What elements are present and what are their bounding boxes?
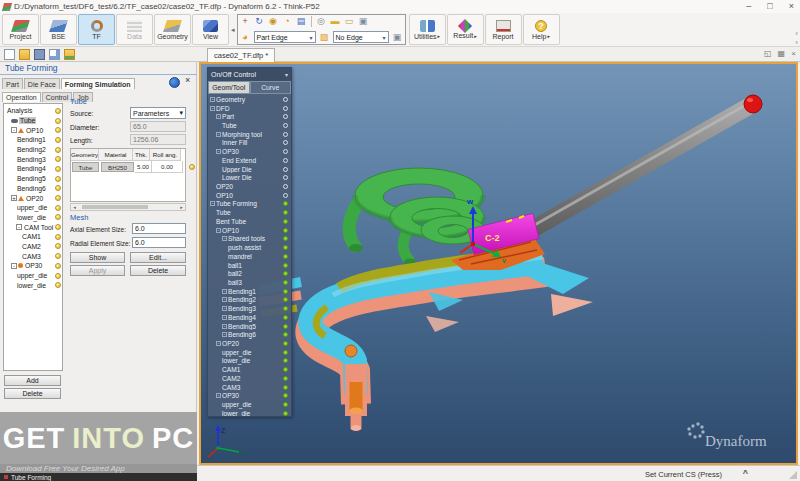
row-bulb-icon[interactable] <box>189 164 195 170</box>
visibility-dot-on[interactable] <box>283 411 288 416</box>
tree-expander-icon[interactable]: - <box>210 201 215 206</box>
tree-item-bending1[interactable]: Bending1 <box>4 135 62 145</box>
onoff-tab-geom-tool[interactable]: Geom/Tool <box>208 81 250 94</box>
onoff-item-op30[interactable]: -OP30 <box>208 147 291 156</box>
tree-item-lower-die[interactable]: lower_die <box>4 280 62 290</box>
onoff-item-cam3[interactable]: CAM3 <box>208 383 291 392</box>
viewport-close-icon[interactable]: × <box>791 49 796 58</box>
delete-button[interactable]: Delete <box>130 265 186 276</box>
tree-expander-icon[interactable]: + <box>11 195 17 201</box>
tree-expander-icon[interactable]: - <box>216 341 221 346</box>
viewport-restore-icon[interactable]: ◱ <box>764 49 772 58</box>
tree-expander-icon[interactable]: - <box>216 114 221 119</box>
table-cell-3[interactable]: 0.00 <box>152 161 183 173</box>
visibility-dot-off[interactable] <box>283 193 288 198</box>
onoff-item-op10[interactable]: -OP10 <box>208 226 291 235</box>
visibility-dot-off[interactable] <box>283 158 288 163</box>
onoff-item-tube[interactable]: Tube <box>208 208 291 217</box>
visibility-dot-on[interactable] <box>283 367 288 372</box>
show-button[interactable]: Show <box>70 252 125 263</box>
import-icon[interactable] <box>64 49 75 60</box>
onoff-item-inner-fill[interactable]: Inner Fill <box>208 139 291 148</box>
pick-target-icon[interactable] <box>169 77 180 88</box>
tree-expander-icon[interactable]: - <box>222 315 227 320</box>
visibility-dot-on[interactable] <box>283 358 288 363</box>
bulb-icon[interactable] <box>55 243 61 249</box>
visibility-dot-on[interactable] <box>283 315 288 320</box>
tree-item-cam2[interactable]: CAM2 <box>4 242 62 252</box>
save-file-icon[interactable] <box>34 49 45 60</box>
source-select[interactable]: Parameters ▾ <box>130 107 186 119</box>
onoff-item-lower-die[interactable]: lower_die <box>208 409 291 417</box>
visibility-dot-off[interactable] <box>283 97 288 102</box>
tree-expander-icon[interactable]: - <box>216 132 221 137</box>
onoff-item-dfd[interactable]: -DFD <box>208 104 291 113</box>
onoff-item-bending5[interactable]: -Bending5 <box>208 322 291 331</box>
straight-tube[interactable] <box>527 95 762 237</box>
tree-expander-icon[interactable]: - <box>222 332 227 337</box>
visibility-dot-on[interactable] <box>283 289 288 294</box>
toolbar-button-bse[interactable]: BSE <box>40 14 77 45</box>
rotate-icon[interactable]: ↻ <box>254 16 265 27</box>
tree-expander-icon[interactable]: - <box>222 297 227 302</box>
onoff-item-push-assist[interactable]: push assist <box>208 243 291 252</box>
toolbar-button-help[interactable]: Help▸ <box>523 14 560 45</box>
tree-expander-icon[interactable]: - <box>16 224 22 230</box>
onoff-item-bending4[interactable]: -Bending4 <box>208 313 291 322</box>
panel-icon[interactable]: ▤ <box>296 16 307 27</box>
document-tab[interactable]: case02_TF.dfp * <box>207 48 275 62</box>
tree-expander-icon[interactable]: - <box>216 228 221 233</box>
tab-die-face[interactable]: Die Face <box>24 78 60 89</box>
tree-item-bending2[interactable]: Bending2 <box>4 145 62 155</box>
bulb-icon[interactable] <box>55 156 61 162</box>
axial-size-field[interactable]: 6.0 <box>132 223 186 234</box>
tree-item-upper-die[interactable]: upper_die <box>4 271 62 281</box>
radial-size-field[interactable]: 6.0 <box>132 237 186 248</box>
apply-button[interactable]: Apply <box>70 265 125 276</box>
visibility-dot-off[interactable] <box>283 167 288 172</box>
tree-expander-icon[interactable]: - <box>210 97 215 102</box>
onoff-tab-curve[interactable]: Curve <box>250 81 292 94</box>
visibility-dot-off[interactable] <box>283 175 288 180</box>
toolbar-collapse-icon[interactable]: ◂ <box>230 14 236 45</box>
visibility-dot-on[interactable] <box>283 280 288 285</box>
part-edge-select[interactable]: Part Edge ▾ <box>254 31 316 43</box>
onoff-item-op20[interactable]: -OP20 <box>208 339 291 348</box>
visibility-dot-off[interactable] <box>283 132 288 137</box>
subtab-control[interactable]: Control <box>42 92 73 102</box>
bulb-icon[interactable] <box>55 137 61 143</box>
scroll-left-icon[interactable]: ◂ <box>71 204 78 210</box>
onoff-item-cam1[interactable]: CAM1 <box>208 365 291 374</box>
visibility-dot-on[interactable] <box>283 376 288 381</box>
onoff-item-tube[interactable]: Tube <box>208 121 291 130</box>
tree-item-tube[interactable]: Tube <box>4 116 62 126</box>
onoff-item-mandrel[interactable]: mandrel <box>208 252 291 261</box>
bulb-icon[interactable] <box>55 127 61 133</box>
save-as-icon[interactable] <box>49 49 60 60</box>
onoff-item-geometry[interactable]: -Geometry <box>208 95 291 104</box>
tree-expander-icon[interactable]: - <box>222 306 227 311</box>
visibility-dot-off[interactable] <box>283 114 288 119</box>
bulb-icon[interactable] <box>55 282 61 288</box>
onoff-item-op20[interactable]: OP20 <box>208 182 291 191</box>
onoff-item-ball3[interactable]: ball3 <box>208 278 291 287</box>
maximize-icon[interactable]: □ <box>767 1 772 11</box>
onoff-item-ball2[interactable]: ball2 <box>208 269 291 278</box>
subtab-operation[interactable]: Operation <box>2 92 41 102</box>
tree-expander-icon[interactable]: - <box>222 324 227 329</box>
visibility-dot-on[interactable] <box>283 324 288 329</box>
viewport-grid-icon[interactable]: ▦ <box>778 49 786 58</box>
tree-item-cam3[interactable]: CAM3 <box>4 251 62 261</box>
bulb-icon[interactable] <box>55 195 61 201</box>
visibility-dot-on[interactable] <box>283 297 288 302</box>
section-icon[interactable]: ◔ <box>282 16 293 27</box>
copy-view-icon[interactable]: ▣ <box>392 32 403 43</box>
visibility-dot-on[interactable] <box>283 245 288 250</box>
visibility-dot-on[interactable] <box>283 393 288 398</box>
copy-icon[interactable]: ▣ <box>358 16 369 27</box>
globe-icon[interactable]: ◉ <box>268 16 279 27</box>
bulb-icon[interactable] <box>55 273 61 279</box>
onoff-item-upper-die[interactable]: Upper Die <box>208 165 291 174</box>
add-button[interactable]: Add <box>4 375 61 386</box>
element-box-icon[interactable]: ▧ <box>319 32 330 43</box>
